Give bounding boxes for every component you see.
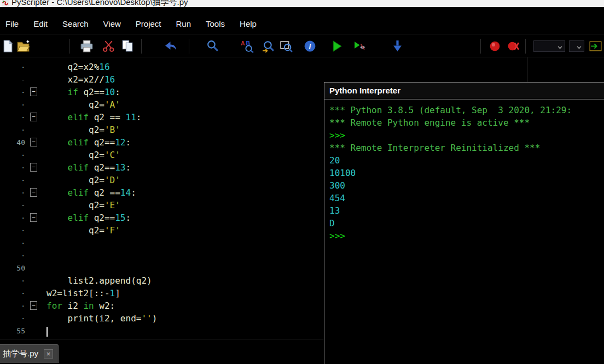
find-replace-icon[interactable]: AB [241, 39, 254, 53]
editor-tab-label: 抽学号.py [3, 349, 38, 359]
menu-item-search[interactable]: Search [62, 19, 89, 28]
editor-line[interactable]: · q2=x2%16 [0, 61, 604, 73]
fold-marker-icon[interactable]: − [25, 86, 42, 98]
collapse-minus-icon[interactable]: − [30, 138, 37, 146]
menu-item-project[interactable]: Project [136, 19, 161, 28]
info-icon[interactable]: i [303, 39, 317, 53]
code-text: print(i2, end='') [42, 312, 157, 325]
tab-close-icon[interactable]: × [44, 349, 53, 359]
collapse-minus-icon[interactable]: − [30, 188, 37, 197]
fold-gutter-cell [25, 61, 42, 73]
code-text: if q2==10: [42, 86, 120, 98]
svg-text:i: i [309, 43, 311, 51]
secondary-dropdown[interactable] [569, 40, 584, 52]
code-text: q2=x2%16 [42, 61, 110, 73]
gutter-marker: · [0, 149, 25, 161]
fold-marker-icon[interactable]: − [25, 212, 42, 224]
code-text: q2='C' [42, 149, 120, 161]
fold-gutter-cell [25, 149, 42, 161]
interpreter-line: 454 [329, 192, 604, 204]
fold-marker-icon[interactable]: − [25, 111, 42, 124]
editor-tab[interactable]: 抽学号.py × [0, 344, 59, 363]
menu-item-tools[interactable]: Tools [206, 19, 225, 28]
menu-item-view[interactable]: View [103, 19, 121, 28]
gutter-marker: 55 [0, 325, 25, 337]
fold-marker-icon[interactable]: − [25, 161, 42, 174]
code-text: elif q2==12: [42, 136, 131, 149]
layout-icon[interactable] [589, 39, 602, 53]
fold-gutter-cell [25, 73, 42, 86]
gutter-marker: - [0, 73, 25, 86]
code-text [42, 237, 47, 249]
collapse-minus-icon[interactable]: − [30, 87, 37, 96]
menu-item-run[interactable]: Run [176, 19, 191, 28]
clear-breakpoints-icon[interactable] [507, 39, 520, 53]
interpreter-line: D [329, 217, 604, 230]
fold-gutter-cell [25, 249, 42, 262]
open-file-icon[interactable] [16, 39, 30, 53]
svg-text:A: A [241, 40, 245, 46]
fold-marker-icon[interactable]: − [25, 136, 42, 149]
interpreter-line: *** Python 3.8.5 (default, Sep 3 2020, 2… [329, 104, 604, 116]
run-config-dropdown[interactable] [533, 40, 565, 52]
find-next-icon[interactable] [262, 39, 275, 53]
menu-item-help[interactable]: Help [240, 19, 257, 28]
gutter-marker: · [0, 186, 25, 199]
breakpoint-icon[interactable] [488, 39, 502, 53]
toolbar: AB i [0, 34, 604, 57]
fold-gutter-cell [25, 124, 42, 136]
fold-gutter-cell [25, 262, 42, 274]
fold-gutter-cell [25, 174, 42, 186]
undo-icon[interactable] [164, 39, 178, 53]
fold-gutter-cell [25, 287, 42, 300]
gutter-marker: · [0, 161, 25, 174]
gutter-marker: · [0, 274, 25, 287]
code-text: q2='F' [42, 224, 120, 237]
code-text: x2=x2//16 [42, 73, 115, 86]
collapse-minus-icon[interactable]: − [30, 163, 37, 172]
editor-tab-bar: 抽学号.py × [0, 339, 324, 364]
new-file-icon[interactable] [1, 39, 15, 53]
interpreter-line: 10100 [329, 167, 604, 179]
interpreter-line: 300 [329, 179, 604, 192]
gutter-marker: · [0, 111, 25, 124]
search-icon[interactable] [206, 39, 219, 53]
menu-item-file[interactable]: File [5, 19, 19, 28]
fold-marker-icon[interactable]: − [25, 300, 42, 312]
menu-item-edit[interactable]: Edit [33, 19, 48, 28]
interpreter-line: >>> [329, 230, 604, 242]
interpreter-line: 13 [329, 204, 604, 217]
copy-icon[interactable] [121, 39, 135, 53]
collapse-minus-icon[interactable]: − [30, 301, 37, 310]
toolbar-separator [69, 39, 70, 54]
toolbar-separator [189, 39, 189, 54]
chevron-down-icon [558, 45, 562, 49]
menu-bar: FileEditSearchViewProjectRunToolsHelp [0, 7, 604, 34]
text-caret [47, 327, 48, 337]
interpreter-console[interactable]: *** Python 3.8.5 (default, Sep 3 2020, 2… [324, 99, 604, 242]
fold-marker-icon[interactable]: − [25, 186, 42, 199]
code-text: w2=list2[::-1] [42, 287, 120, 300]
interpreter-line: *** Remote Python engine is active *** [329, 116, 604, 129]
gutter-marker: · [0, 61, 25, 73]
pyscripter-app-icon [2, 0, 9, 6]
cut-icon[interactable] [102, 39, 115, 53]
code-text: elif q2==15: [42, 212, 131, 224]
print-icon[interactable] [80, 39, 94, 53]
code-text: q2='B' [42, 124, 120, 136]
code-text: q2='A' [42, 98, 120, 111]
toolbar-separator [141, 39, 142, 54]
find-in-files-icon[interactable] [280, 39, 293, 53]
interpreter-line: *** Remote Interpreter Reinitialized *** [329, 142, 604, 154]
code-text [42, 325, 48, 337]
gutter-marker: 50 [0, 262, 25, 274]
debug-icon[interactable] [353, 39, 367, 53]
step-down-icon[interactable] [391, 39, 404, 53]
code-text: q2='E' [42, 199, 120, 212]
collapse-minus-icon[interactable]: − [30, 213, 37, 222]
collapse-minus-icon[interactable]: − [30, 113, 37, 121]
run-icon[interactable] [330, 39, 344, 53]
gutter-marker: · [0, 224, 25, 237]
gutter-marker: 40 [0, 136, 25, 149]
fold-gutter-cell [25, 199, 42, 212]
